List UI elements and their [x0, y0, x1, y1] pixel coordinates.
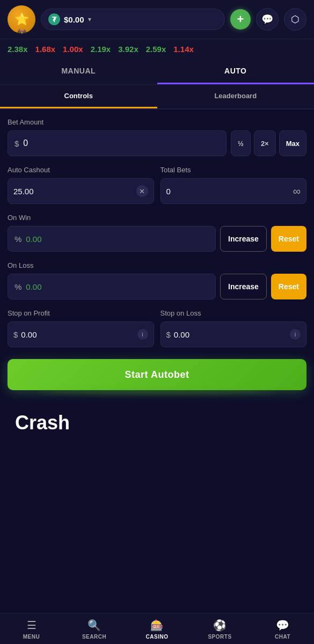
casino-icon: 🎰 [150, 619, 164, 632]
sub-tabs: Controls Leaderboard [0, 85, 314, 109]
crash-section: Crash [8, 390, 306, 442]
on-loss-input-box: % [8, 274, 216, 299]
bet-amount-input[interactable] [23, 138, 220, 148]
bet-amount-row: $ ½ 2× Max [8, 130, 306, 156]
chevron-down-icon: ▾ [88, 16, 91, 23]
nav-menu-label: MENU [23, 634, 40, 640]
stop-on-profit-input-box: $ i [8, 321, 154, 347]
stop-on-loss-label: Stop on Loss [160, 309, 307, 317]
stop-on-loss-input-box: $ i [160, 321, 307, 347]
total-bets-label: Total Bets [160, 166, 307, 174]
chat-icon: 💬 [261, 13, 273, 25]
bet-currency-symbol: $ [14, 139, 19, 148]
start-autobet-button[interactable]: Start Autobet [8, 359, 306, 390]
multiplier-5: 3.92x [118, 45, 138, 54]
on-loss-reset-button[interactable]: Reset [271, 274, 306, 299]
infinity-icon: ∞ [293, 185, 301, 197]
on-win-row: On Win % Increase Reset [8, 214, 306, 252]
logo: ⭐ [8, 5, 35, 33]
on-loss-input[interactable] [26, 282, 209, 291]
multiplier-6: 2.59x [146, 45, 166, 54]
nav-item-search[interactable]: 🔍 SEARCH [63, 613, 126, 644]
tab-manual[interactable]: MANUAL [0, 59, 157, 84]
total-bets-field: Total Bets ∞ [160, 166, 307, 204]
nav-search-label: SEARCH [82, 634, 106, 640]
clear-cashout-button[interactable]: ✕ [136, 185, 148, 197]
on-loss-percent-sign: % [14, 282, 21, 291]
stop-profit-currency: $ [13, 330, 18, 339]
add-funds-button[interactable]: + [230, 9, 251, 30]
stop-on-profit-field: Stop on Profit $ i [8, 309, 154, 347]
crash-title: Crash [15, 412, 299, 434]
on-loss-increase-button[interactable]: Increase [220, 274, 267, 299]
nav-item-menu[interactable]: ☰ MENU [0, 613, 63, 644]
stop-profit-info-icon[interactable]: i [137, 329, 148, 340]
on-win-input[interactable] [26, 235, 209, 244]
tab-leaderboard[interactable]: Leaderboard [157, 85, 315, 108]
nav-casino-label: CASINO [146, 634, 169, 640]
multiplier-7: 1.14x [173, 45, 194, 54]
on-loss-input-row: % Increase Reset [8, 274, 306, 299]
bottom-nav: ☰ MENU 🔍 SEARCH 🎰 CASINO ⚽ SPORTS 💬 CHAT [0, 613, 314, 644]
auto-cashout-input-box: ✕ [8, 178, 154, 204]
search-icon: 🔍 [87, 619, 101, 632]
cashout-totalbets-row: Auto Cashout ✕ Total Bets ∞ [8, 166, 306, 204]
main-tabs: MANUAL AUTO [0, 59, 314, 85]
total-bets-input-box: ∞ [160, 178, 307, 204]
nav-item-chat[interactable]: 💬 CHAT [251, 613, 314, 644]
sports-icon: ⚽ [213, 619, 227, 632]
tab-controls[interactable]: Controls [0, 85, 157, 108]
balance-amount: $0.00 [64, 15, 84, 24]
hex-icon: ⬡ [291, 13, 300, 25]
bet-controls: ½ 2× Max [231, 130, 306, 156]
tab-auto[interactable]: AUTO [157, 59, 315, 84]
bet-amount-input-box: $ [8, 130, 227, 156]
on-win-input-row: % Increase Reset [8, 226, 306, 252]
stop-on-loss-field: Stop on Loss $ i [160, 309, 307, 347]
nav-chat-label: CHAT [275, 634, 290, 640]
hex-button[interactable]: ⬡ [284, 8, 306, 31]
nav-item-casino[interactable]: 🎰 CASINO [126, 613, 188, 644]
chat-button[interactable]: 💬 [256, 8, 279, 31]
on-win-reset-button[interactable]: Reset [271, 226, 306, 252]
auto-cashout-label: Auto Cashout [8, 166, 154, 174]
stop-on-profit-input[interactable] [21, 330, 134, 339]
nav-item-sports[interactable]: ⚽ SPORTS [188, 613, 251, 644]
stop-row: Stop on Profit $ i Stop on Loss $ i [8, 309, 306, 347]
on-win-input-box: % [8, 226, 216, 252]
balance-button[interactable]: ₮ $0.00 ▾ [41, 9, 225, 30]
auto-cashout-field: Auto Cashout ✕ [8, 166, 154, 204]
double-bet-button[interactable]: 2× [254, 130, 276, 156]
header: ⭐ ₮ $0.00 ▾ + 💬 ⬡ [0, 0, 314, 39]
total-bets-input[interactable] [166, 187, 293, 196]
logo-star-icon: ⭐ [14, 12, 29, 26]
stop-loss-currency: $ [166, 330, 171, 339]
stop-on-loss-input[interactable] [174, 330, 287, 339]
nav-sports-label: SPORTS [208, 634, 231, 640]
multiplier-3: 1.00x [63, 45, 83, 54]
stop-on-profit-label: Stop on Profit [8, 309, 154, 317]
chat-nav-icon: 💬 [276, 619, 289, 632]
menu-icon: ☰ [27, 619, 36, 632]
main-content: Bet Amount $ ½ 2× Max Auto Cashout ✕ Tot… [0, 109, 314, 450]
auto-cashout-input[interactable] [13, 187, 136, 196]
on-win-label: On Win [8, 214, 306, 222]
on-loss-row: On Loss % Increase Reset [8, 261, 306, 299]
stop-loss-info-icon[interactable]: i [290, 329, 301, 340]
multiplier-row: 2.38x 1.68x 1.00x 2.19x 3.92x 2.59x 1.14… [0, 39, 314, 59]
half-bet-button[interactable]: ½ [231, 130, 251, 156]
multiplier-4: 2.19x [91, 45, 111, 54]
max-bet-button[interactable]: Max [279, 130, 306, 156]
multiplier-1: 2.38x [8, 45, 28, 54]
on-win-increase-button[interactable]: Increase [220, 226, 267, 252]
tether-icon: ₮ [48, 13, 60, 25]
on-win-percent-sign: % [14, 235, 21, 244]
multiplier-2: 1.68x [35, 45, 56, 54]
bet-amount-label: Bet Amount [8, 118, 306, 126]
on-loss-label: On Loss [8, 261, 306, 269]
